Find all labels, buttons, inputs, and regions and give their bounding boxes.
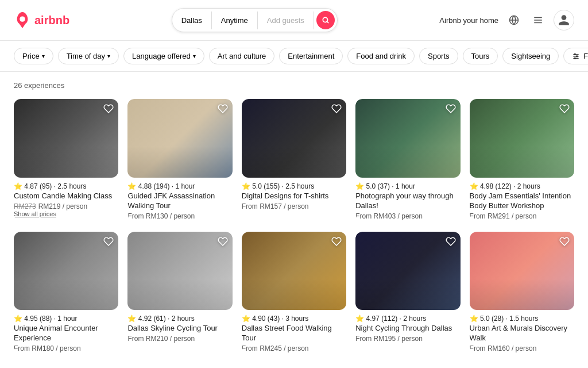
card-title: Dallas Skyline Cycling Tour <box>127 324 232 334</box>
card-price: From RM210 / person <box>127 335 232 343</box>
all-filters-button[interactable]: Filters <box>563 48 588 64</box>
card-title: Dallas Street Food Walking Tour <box>242 324 346 343</box>
svg-point-0 <box>323 17 327 22</box>
card-image <box>14 232 118 310</box>
card-title: Body Jam Essentials' Intention Body Butt… <box>470 191 574 211</box>
card-rating: ⭐ 5.0 (155) · 2.5 hours <box>242 182 346 190</box>
card-image <box>127 232 232 310</box>
listing-card[interactable]: ⭐ 4.88 (194) · 1 hour Guided JFK Assassi… <box>127 99 232 220</box>
search-bar: Dallas Anytime Add guests <box>172 8 338 32</box>
language-offered-filter[interactable]: Language offered ▾ <box>123 48 204 64</box>
card-image <box>127 99 232 178</box>
language-chevron-icon: ▾ <box>193 53 196 59</box>
location-pill[interactable]: Dallas <box>172 12 212 29</box>
card-image <box>242 232 346 310</box>
listing-card[interactable]: ⭐ 5.0 (28) · 1.5 hours Urban Art & Mural… <box>470 232 574 353</box>
listing-card[interactable]: ⭐ 4.87 (95) · 2.5 hours Custom Candle Ma… <box>14 99 118 220</box>
card-title: Night Cycling Through Dallas <box>355 324 460 334</box>
card-price: From RM291 / person <box>470 212 574 220</box>
card-title: Custom Candle Making Class <box>14 191 118 201</box>
card-price: RM273RM219 / personShow all prices <box>14 202 118 217</box>
listing-card[interactable]: ⭐ 4.97 (112) · 2 hours Night Cycling Thr… <box>355 232 460 353</box>
card-rating: ⭐ 5.0 (37) · 1 hour <box>355 182 460 190</box>
listing-card[interactable]: ⭐ 5.0 (155) · 2.5 hours Digital Designs … <box>242 99 346 220</box>
card-info: ⭐ 4.97 (112) · 2 hours Night Cycling Thr… <box>355 310 460 343</box>
card-rating: ⭐ 4.97 (112) · 2 hours <box>355 315 460 323</box>
guests-pill[interactable]: Add guests <box>258 12 314 29</box>
card-rating: ⭐ 4.87 (95) · 2.5 hours <box>14 182 118 190</box>
listing-card[interactable]: ⭐ 4.90 (43) · 3 hours Dallas Street Food… <box>242 232 346 353</box>
wishlist-heart-button[interactable] <box>103 103 114 117</box>
svg-point-11 <box>577 55 578 56</box>
card-info: ⭐ 4.95 (88) · 1 hour Unique Animal Encou… <box>14 310 118 352</box>
listing-card[interactable]: ⭐ 4.95 (88) · 1 hour Unique Animal Encou… <box>14 232 118 353</box>
main-content: 26 experiences ⭐ 4.87 (95) · 2.5 hours C… <box>0 72 588 362</box>
card-rating: ⭐ 5.0 (28) · 1.5 hours <box>470 315 574 323</box>
card-rating: ⭐ 4.88 (194) · 1 hour <box>127 182 232 190</box>
search-button[interactable] <box>316 11 335 29</box>
card-title: Photograph your way through Dallas! <box>355 191 460 211</box>
card-price: From RM157 / person <box>242 202 346 210</box>
card-price: From RM195 / person <box>355 335 460 343</box>
card-price: From RM180 / person <box>14 344 118 352</box>
art-culture-filter[interactable]: Art and culture <box>209 48 275 64</box>
airbnb-home-link[interactable]: Airbnb your home <box>439 16 498 25</box>
header-right: Airbnb your home <box>439 10 574 30</box>
listing-card[interactable]: ⭐ 5.0 (37) · 1 hour Photograph your way … <box>355 99 460 220</box>
card-price: From RM130 / person <box>127 212 232 220</box>
card-title: Unique Animal Encounter Experience <box>14 324 118 343</box>
wishlist-heart-button[interactable] <box>559 103 570 117</box>
globe-button[interactable] <box>505 12 523 29</box>
logo[interactable]: airbnb <box>14 12 69 29</box>
wishlist-heart-button[interactable] <box>446 236 456 250</box>
card-image <box>470 99 574 178</box>
card-info: ⭐ 4.98 (122) · 2 hours Body Jam Essentia… <box>470 178 574 220</box>
svg-line-1 <box>327 22 329 24</box>
card-image <box>242 99 346 178</box>
results-count: 26 experiences <box>14 81 574 90</box>
card-info: ⭐ 5.0 (155) · 2.5 hours Digital Designs … <box>242 178 346 210</box>
entertainment-filter[interactable]: Entertainment <box>279 48 343 64</box>
wishlist-heart-button[interactable] <box>331 103 342 117</box>
svg-point-10 <box>574 53 575 55</box>
card-grid: ⭐ 4.87 (95) · 2.5 hours Custom Candle Ma… <box>14 99 574 352</box>
card-rating: ⭐ 4.92 (61) · 2 hours <box>127 315 232 323</box>
sightseeing-filter[interactable]: Sightseeing <box>502 48 559 64</box>
card-rating: ⭐ 4.98 (122) · 2 hours <box>470 182 574 190</box>
card-image <box>355 99 460 178</box>
time-chevron-icon: ▾ <box>107 53 110 59</box>
listing-card[interactable]: ⭐ 4.98 (122) · 2 hours Body Jam Essentia… <box>470 99 574 220</box>
logo-text: airbnb <box>34 14 69 27</box>
card-rating: ⭐ 4.95 (88) · 1 hour <box>14 315 118 323</box>
card-image <box>355 232 460 310</box>
wishlist-heart-button[interactable] <box>218 103 228 117</box>
tours-filter[interactable]: Tours <box>463 48 498 64</box>
listing-card[interactable]: ⭐ 4.92 (61) · 2 hours Dallas Skyline Cyc… <box>127 232 232 353</box>
price-filter[interactable]: Price ▾ <box>14 48 53 64</box>
filter-bar: Price ▾ Time of day ▾ Language offered ▾… <box>0 41 588 72</box>
card-title: Urban Art & Murals Discovery Walk <box>470 324 574 343</box>
card-info: ⭐ 4.90 (43) · 3 hours Dallas Street Food… <box>242 310 346 352</box>
card-rating: ⭐ 4.90 (43) · 3 hours <box>242 315 346 323</box>
card-image <box>14 99 118 178</box>
menu-button[interactable] <box>529 12 547 29</box>
price-chevron-icon: ▾ <box>42 53 45 59</box>
card-info: ⭐ 4.87 (95) · 2.5 hours Custom Candle Ma… <box>14 178 118 217</box>
sports-filter[interactable]: Sports <box>419 48 458 64</box>
card-price: From RM245 / person <box>242 344 346 352</box>
time-of-day-filter[interactable]: Time of day ▾ <box>58 48 119 64</box>
card-title: Guided JFK Assassination Walking Tour <box>127 191 232 211</box>
header: airbnb Dallas Anytime Add guests Airbnb … <box>0 0 588 41</box>
card-info: ⭐ 5.0 (28) · 1.5 hours Urban Art & Mural… <box>470 310 574 352</box>
wishlist-heart-button[interactable] <box>331 236 342 250</box>
avatar-button[interactable] <box>554 10 574 30</box>
card-info: ⭐ 4.92 (61) · 2 hours Dallas Skyline Cyc… <box>127 310 232 343</box>
dates-pill[interactable]: Anytime <box>212 12 258 29</box>
wishlist-heart-button[interactable] <box>446 103 456 117</box>
card-info: ⭐ 4.88 (194) · 1 hour Guided JFK Assassi… <box>127 178 232 220</box>
wishlist-heart-button[interactable] <box>559 236 570 250</box>
svg-point-12 <box>574 57 575 59</box>
food-drink-filter[interactable]: Food and drink <box>347 48 415 64</box>
wishlist-heart-button[interactable] <box>218 236 228 250</box>
wishlist-heart-button[interactable] <box>103 236 114 250</box>
